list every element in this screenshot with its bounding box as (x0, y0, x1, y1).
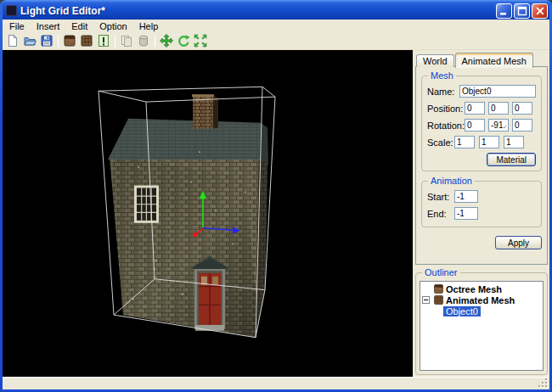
position-label: Position: (427, 104, 465, 114)
tab-world[interactable]: World (416, 54, 454, 67)
position-z-input[interactable] (512, 102, 532, 115)
position-x-input[interactable] (465, 102, 485, 115)
animation-group-title: Animation (428, 176, 475, 186)
toolbar (3, 32, 549, 50)
properties-panel: World Animated Mesh Mesh Name: Position: (413, 50, 549, 377)
rotate-tool-button[interactable] (175, 33, 192, 49)
position-y-input[interactable] (488, 102, 509, 115)
outliner-groupbox: Outliner Octree Mesh Anima (415, 272, 548, 375)
menu-bar: File Insert Edit Option Help (3, 20, 549, 32)
tree-item-object0[interactable]: Object0 (421, 305, 542, 316)
start-label: Start: (427, 192, 454, 202)
scene-3d (3, 50, 413, 377)
scale-label: Scale: (427, 137, 454, 148)
main-content: World Animated Mesh Mesh Name: Position: (3, 50, 549, 377)
tree-item-label: Animated Mesh (446, 295, 515, 305)
tab-strip: World Animated Mesh (415, 52, 548, 67)
rotation-z-input[interactable] (512, 119, 532, 132)
rotation-y-input[interactable] (488, 119, 509, 132)
status-bar (3, 377, 549, 389)
tab-animated-mesh[interactable]: Animated Mesh (455, 53, 533, 68)
menu-file[interactable]: File (3, 20, 31, 32)
tree-item-label: Octree Mesh (446, 284, 502, 294)
collapse-expander-icon[interactable] (422, 296, 430, 304)
building-mesh[interactable] (108, 94, 268, 338)
end-label: End: (427, 209, 454, 219)
app-icon (6, 5, 17, 16)
toolbar-separator (58, 35, 59, 48)
scale-icon (194, 34, 207, 48)
mesh-groupbox: Mesh Name: Position: Rotation: (421, 76, 542, 171)
delete-icon (137, 34, 150, 48)
new-file-button[interactable] (4, 33, 21, 49)
move-icon (160, 34, 173, 48)
toolbar-separator (115, 35, 115, 48)
octree-mesh-icon (63, 34, 76, 48)
animated-mesh-icon (80, 34, 93, 48)
window-title: Light Grid Editor* (20, 5, 494, 17)
outliner-tree[interactable]: Octree Mesh Animated Mesh Object0 (420, 281, 544, 371)
material-button[interactable]: Material (487, 153, 536, 166)
close-icon (534, 5, 546, 17)
copy-icon (120, 34, 133, 48)
toolbar-separator (155, 35, 155, 48)
scale-y-input[interactable] (479, 136, 499, 148)
menu-edit[interactable]: Edit (65, 20, 93, 32)
animated-mesh-tab-page: Mesh Name: Position: Rotation: (415, 66, 548, 265)
light-toggle-icon (97, 34, 110, 48)
maximize-button[interactable] (514, 3, 530, 19)
rotation-x-input[interactable] (465, 119, 485, 132)
open-folder-icon (23, 34, 37, 48)
animated-mesh-icon (432, 294, 444, 305)
save-icon (40, 34, 54, 48)
door (190, 255, 229, 331)
mesh-group-title: Mesh (428, 70, 456, 81)
rotation-label: Rotation: (427, 120, 465, 131)
outliner-group-title: Outliner (422, 267, 460, 277)
name-input[interactable] (459, 85, 536, 98)
viewport-canvas[interactable] (3, 50, 413, 377)
new-file-icon (6, 34, 20, 48)
menu-insert[interactable]: Insert (31, 20, 66, 32)
save-button[interactable] (38, 33, 55, 49)
octree-mesh-icon (432, 283, 444, 294)
light-toggle-button[interactable] (95, 33, 112, 49)
menu-option[interactable]: Option (93, 20, 132, 32)
resize-grip-icon[interactable] (538, 378, 549, 389)
maximize-icon (516, 5, 528, 17)
scale-z-input[interactable] (504, 136, 524, 148)
scale-tool-button[interactable] (192, 33, 209, 49)
octree-mesh-button[interactable] (61, 33, 78, 49)
name-label: Name: (427, 87, 459, 97)
minimize-button[interactable] (496, 3, 512, 19)
tree-item-label-selected[interactable]: Object0 (443, 306, 481, 316)
apply-button[interactable]: Apply (495, 236, 542, 249)
scale-x-input[interactable] (454, 136, 475, 148)
title-bar[interactable]: Light Grid Editor* (3, 0, 549, 20)
copy-button (118, 33, 135, 49)
move-tool-button[interactable] (158, 33, 175, 49)
menu-help[interactable]: Help (133, 20, 165, 32)
minimize-icon (498, 5, 510, 17)
open-folder-button[interactable] (21, 33, 38, 49)
close-button[interactable] (532, 3, 548, 19)
rotate-icon (177, 34, 190, 48)
start-input[interactable] (454, 190, 478, 203)
animated-mesh-button[interactable] (78, 33, 95, 49)
animation-groupbox: Animation Start: End: (421, 181, 542, 227)
delete-button (135, 33, 152, 49)
tree-item-octree-mesh[interactable]: Octree Mesh (421, 283, 542, 294)
window-frame (134, 186, 159, 223)
tree-item-animated-mesh[interactable]: Animated Mesh (421, 294, 542, 305)
app-window: Light Grid Editor* File Insert Edit Opti… (0, 0, 552, 392)
end-input[interactable] (454, 207, 478, 220)
